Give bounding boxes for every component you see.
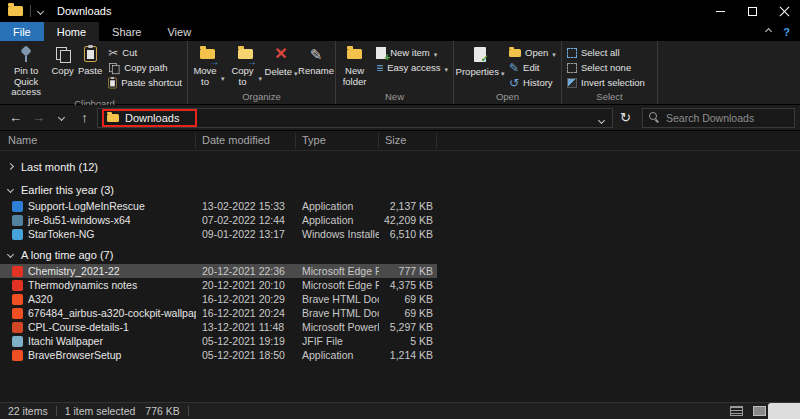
title-bar: Downloads <box>0 0 800 22</box>
column-header-name[interactable]: Name <box>0 133 196 148</box>
minimize-ribbon-icon[interactable] <box>765 28 772 35</box>
large-icons-view-button[interactable] <box>753 406 766 416</box>
copy-path-button[interactable]: Copy path <box>104 60 186 75</box>
address-dropdown-button[interactable] <box>595 109 608 127</box>
column-header-size[interactable]: Size <box>379 133 437 148</box>
minimize-button[interactable] <box>704 0 736 22</box>
tab-share[interactable]: Share <box>99 22 154 41</box>
paste-icon <box>84 44 97 64</box>
file-row[interactable]: StarToken-NG 09-01-2022 13:17 Windows In… <box>0 227 437 241</box>
powerpoint-icon <box>12 322 23 333</box>
column-header-type[interactable]: Type <box>296 133 379 148</box>
properties-button[interactable]: Properties <box>455 42 505 91</box>
help-icon[interactable] <box>783 26 790 38</box>
search-input[interactable] <box>666 112 788 124</box>
move-to-icon <box>200 44 215 64</box>
window-title: Downloads <box>57 5 111 17</box>
new-item-icon <box>376 47 386 59</box>
cut-button[interactable]: Cut <box>104 45 186 60</box>
back-button[interactable] <box>5 108 26 128</box>
new-folder-button[interactable]: New folder <box>337 42 372 91</box>
dropdown-icon <box>221 71 225 83</box>
file-row[interactable]: jre-8u51-windows-x64 07-02-2022 12:44 Ap… <box>0 213 437 227</box>
copy-button[interactable]: Copy <box>49 42 76 98</box>
paste-button[interactable]: Paste <box>76 42 104 98</box>
select-none-button[interactable]: Select none <box>563 60 649 75</box>
image-file-icon <box>12 336 23 347</box>
forward-button[interactable] <box>28 108 49 128</box>
history-button[interactable]: History <box>505 75 560 90</box>
select-all-icon <box>567 48 577 58</box>
search-icon <box>649 112 660 123</box>
quick-access-toolbar-chevron-icon[interactable] <box>37 7 44 14</box>
application-icon <box>12 350 23 361</box>
search-box[interactable] <box>642 108 795 128</box>
maximize-button[interactable] <box>736 0 768 22</box>
select-all-button[interactable]: Select all <box>563 45 649 60</box>
tab-view[interactable]: View <box>154 22 204 41</box>
chevron-down-icon <box>7 251 14 258</box>
dropdown-icon <box>258 71 262 83</box>
rename-button[interactable]: Rename <box>298 42 334 91</box>
edit-button[interactable]: Edit <box>505 60 560 75</box>
pin-to-quick-access-button[interactable]: Pin to Quick access <box>3 42 49 98</box>
delete-button[interactable]: Delete <box>264 42 298 91</box>
group-header-a-long-time-ago[interactable]: A long time ago (7) <box>0 245 800 264</box>
chevron-down-icon <box>598 116 605 123</box>
open-button[interactable]: Open <box>505 45 560 60</box>
ribbon: Pin to Quick access Copy Paste Cut <box>0 41 800 105</box>
chevron-right-icon <box>7 163 14 170</box>
up-button[interactable] <box>74 108 95 128</box>
ribbon-tab-row: File Home Share View <box>0 22 800 41</box>
column-header-date-modified[interactable]: Date modified <box>196 133 296 148</box>
close-button[interactable] <box>768 0 800 22</box>
details-view-button[interactable] <box>730 406 743 416</box>
file-row[interactable]: 676484_airbus-a320-cockpit-wallpapers_..… <box>0 306 437 320</box>
file-row[interactable]: Itachi Wallpaper 05-12-2021 19:19 JFIF F… <box>0 334 437 348</box>
file-row-selected[interactable]: Chemistry_2021-22 20-12-2021 22:36 Micro… <box>0 264 437 278</box>
selection-size: 776 KB <box>145 405 179 417</box>
ribbon-group-open: Properties Open Edit History <box>454 41 562 104</box>
tab-home[interactable]: Home <box>44 22 99 41</box>
application-icon <box>12 201 23 212</box>
pdf-icon <box>12 266 23 277</box>
invert-selection-icon <box>567 78 577 88</box>
tab-file[interactable]: File <box>0 22 44 41</box>
refresh-button[interactable] <box>615 108 636 128</box>
cut-icon <box>108 47 118 59</box>
html-document-icon <box>12 294 23 305</box>
chevron-down-icon <box>7 186 14 193</box>
new-item-button[interactable]: New item <box>372 45 452 60</box>
address-bar[interactable]: Downloads <box>97 108 613 128</box>
group-label-new: New <box>337 91 452 104</box>
navigation-bar: Downloads <box>0 105 800 131</box>
copy-to-icon <box>238 44 253 64</box>
minimize-icon <box>716 11 725 12</box>
file-row[interactable]: A320 16-12-2021 20:29 Brave HTML Docu...… <box>0 292 437 306</box>
recent-locations-button[interactable] <box>51 108 72 128</box>
group-label-open: Open <box>455 91 560 104</box>
group-header-last-month[interactable]: Last month (12) <box>0 157 800 176</box>
move-to-button[interactable]: Move to <box>189 42 227 91</box>
group-header-earlier-this-year[interactable]: Earlier this year (3) <box>0 180 800 199</box>
installer-icon <box>12 229 23 240</box>
selection-count: 1 item selected <box>65 405 136 417</box>
close-icon <box>779 6 790 17</box>
chevron-down-icon <box>58 114 65 121</box>
open-icon <box>509 49 521 57</box>
folder-icon <box>107 114 119 122</box>
paste-shortcut-button[interactable]: Paste shortcut <box>104 75 186 90</box>
file-row[interactable]: Thermodynamics notes 20-12-2021 20:10 Mi… <box>0 278 437 292</box>
dropdown-icon <box>444 62 448 74</box>
explorer-app-icon <box>8 6 23 16</box>
dropdown-icon <box>501 66 505 78</box>
invert-selection-button[interactable]: Invert selection <box>563 75 649 90</box>
delete-icon <box>274 44 287 64</box>
copy-to-button[interactable]: Copy to <box>227 42 265 91</box>
file-row[interactable]: CPL-Course-details-1 13-12-2021 11:48 Mi… <box>0 320 437 334</box>
window-controls <box>704 0 800 22</box>
address-annotation-box: Downloads <box>102 109 197 127</box>
file-row[interactable]: BraveBrowserSetup 05-12-2021 18:50 Appli… <box>0 348 437 362</box>
file-row[interactable]: Support-LogMeInRescue 13-02-2022 15:33 A… <box>0 199 437 213</box>
quick-access-toolbar-separator <box>30 5 31 17</box>
